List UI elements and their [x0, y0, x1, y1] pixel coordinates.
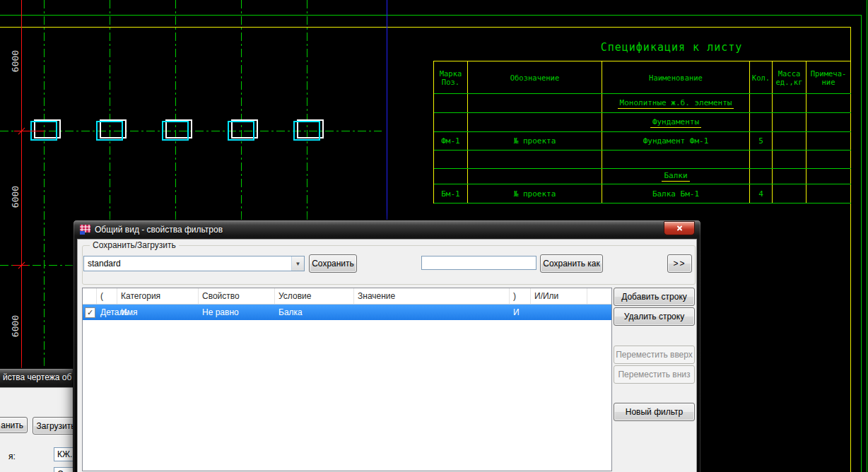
spec-cell: Фундамент Фм-1	[602, 132, 750, 150]
spec-cell	[773, 132, 807, 150]
spec-cell	[750, 113, 773, 131]
move-up-button[interactable]: Переместить вверх	[614, 346, 695, 364]
spec-cell	[434, 113, 468, 131]
spec-table-title: Спецификация к листу	[587, 41, 756, 54]
foundation-pad[interactable]	[162, 121, 189, 141]
spec-cell	[602, 151, 750, 168]
drawing-properties-title: йства чертежа об	[3, 372, 71, 382]
delete-row-button[interactable]: Удалить строку	[614, 307, 695, 326]
add-row-button[interactable]: Добавить строку	[614, 288, 695, 306]
filter-properties-dialog[interactable]: Общий вид - свойства фильтров Сохранить/…	[73, 220, 701, 472]
spec-cell	[807, 184, 851, 203]
red-dimension-segment	[14, 131, 45, 131]
spec-cell	[807, 94, 851, 112]
spec-cell: Марка Поз.	[434, 61, 468, 93]
filter-condition-row[interactable]: ✓ДетальИмяНе равноБалкаИ	[83, 305, 611, 320]
spec-cell: № проекта	[468, 184, 602, 203]
spec-table-row: Бм-1№ проектаБалка Бм-14	[434, 184, 851, 203]
spec-header-row: Марка Поз.ОбозначениеНаименованиеКол.Мас…	[434, 61, 851, 94]
filter-list-header-cell[interactable]: И/Или	[531, 288, 587, 304]
spec-cell: Кол.	[750, 61, 773, 93]
row-checkbox[interactable]: ✓	[85, 307, 95, 318]
spec-cell	[773, 151, 807, 168]
filter-condition-cell[interactable]: Не равно	[199, 305, 275, 320]
spec-table-row: Монолитные ж.б. элементы	[434, 94, 851, 113]
spec-cell	[750, 94, 773, 112]
spec-cell: Наименование	[602, 61, 750, 93]
spec-cell	[773, 184, 807, 203]
filter-list-header-cell	[587, 288, 611, 304]
spec-cell	[807, 151, 851, 168]
foundation-pad[interactable]	[96, 121, 123, 141]
app-screen: 600060006000 Спецификация к листу Марка …	[0, 0, 868, 472]
filter-list-header-cell[interactable]	[83, 288, 97, 304]
filter-list-header-cell[interactable]: (	[97, 288, 117, 304]
spec-cell: Примеча- ние	[807, 61, 851, 93]
close-button[interactable]	[664, 221, 695, 235]
spec-cell: Балка Бм-1	[602, 184, 750, 203]
spec-section-heading: Фундаменты	[650, 117, 701, 128]
spec-cell: 5	[750, 132, 773, 150]
name-field-label: я:	[8, 452, 16, 461]
expand-button[interactable]: >>	[667, 254, 692, 273]
filter-condition-cell[interactable]	[354, 305, 510, 320]
filter-condition-cell[interactable]: Деталь	[97, 305, 117, 320]
spec-cell: Монолитные ж.б. элементы	[602, 94, 750, 112]
save-button[interactable]: Сохранить	[309, 254, 357, 273]
preset-dropdown-value: standard	[84, 259, 291, 269]
spec-cell	[468, 94, 602, 112]
filter-condition-cell[interactable]: Балка	[275, 305, 354, 320]
spec-table-row: Фм-1№ проектаФундамент Фм-15	[434, 132, 851, 151]
grid-dimension-label: 6000	[10, 176, 20, 218]
filter-list-header-cell[interactable]: Категория	[117, 288, 199, 304]
foundation-pad[interactable]	[293, 121, 320, 141]
filter-list-header-cell[interactable]: Свойство	[199, 288, 275, 304]
spec-cell	[807, 132, 851, 150]
spec-cell	[468, 151, 602, 168]
spec-table-row: Балки	[434, 169, 851, 184]
filter-condition-cell[interactable]: И	[510, 305, 531, 320]
spec-cell: Балки	[602, 169, 750, 184]
app-icon	[80, 225, 90, 235]
filter-condition-cell[interactable]: Имя	[117, 305, 199, 320]
spec-cell	[468, 113, 602, 131]
save-button-fragment[interactable]: анить	[0, 417, 28, 433]
spec-cell: Бм-1	[434, 184, 468, 203]
spec-cell	[773, 94, 807, 112]
spec-cell: Фм-1	[434, 132, 468, 150]
spec-cell	[773, 113, 807, 131]
filter-list-header-cell[interactable]: Условие	[275, 288, 354, 304]
spec-cell	[468, 169, 602, 184]
chevron-down-icon[interactable]: ▼	[291, 256, 304, 271]
filter-dialog-body: Сохранить/Загрузить standard ▼ Сохранить…	[77, 239, 697, 472]
move-down-button[interactable]: Переместить вниз	[614, 365, 695, 384]
spec-cell	[773, 169, 807, 184]
spec-cell: Обозначение	[468, 61, 602, 93]
filter-dialog-title: Общий вид - свойства фильтров	[95, 225, 223, 235]
preset-dropdown[interactable]: standard ▼	[83, 256, 305, 271]
filter-list-header: (КатегорияСвойствоУсловиеЗначение)И/Или	[83, 288, 611, 305]
filter-conditions-list[interactable]: (КатегорияСвойствоУсловиеЗначение)И/Или✓…	[82, 288, 612, 471]
filter-dialog-titlebar[interactable]: Общий вид - свойства фильтров	[74, 220, 700, 239]
filter-list-header-cell[interactable]: )	[510, 288, 531, 304]
spec-section-heading: Балки	[662, 171, 689, 182]
spec-table-row	[434, 151, 851, 169]
spec-section-heading: Монолитные ж.б. элементы	[618, 98, 734, 109]
spec-cell	[434, 169, 468, 184]
row-checkbox-cell[interactable]: ✓	[83, 305, 97, 320]
grid-dimension-label: 6000	[10, 40, 20, 83]
spec-table-row: Фундаменты	[434, 113, 851, 132]
save-load-group-label: Сохранить/Загрузить	[90, 240, 179, 250]
new-filter-button[interactable]: Новый фильтр	[614, 403, 695, 421]
spec-cell	[807, 113, 851, 131]
spec-cell: № проекта	[468, 132, 602, 150]
spec-cell	[807, 169, 851, 184]
save-as-input[interactable]	[421, 256, 536, 270]
spec-cell: 4	[750, 184, 773, 203]
filter-list-header-cell[interactable]: Значение	[354, 288, 510, 304]
spec-cell	[750, 169, 773, 184]
spec-cell	[750, 151, 773, 168]
foundation-pad[interactable]	[228, 121, 254, 141]
spec-cell	[434, 151, 468, 168]
save-as-button[interactable]: Сохранить как	[540, 254, 603, 273]
